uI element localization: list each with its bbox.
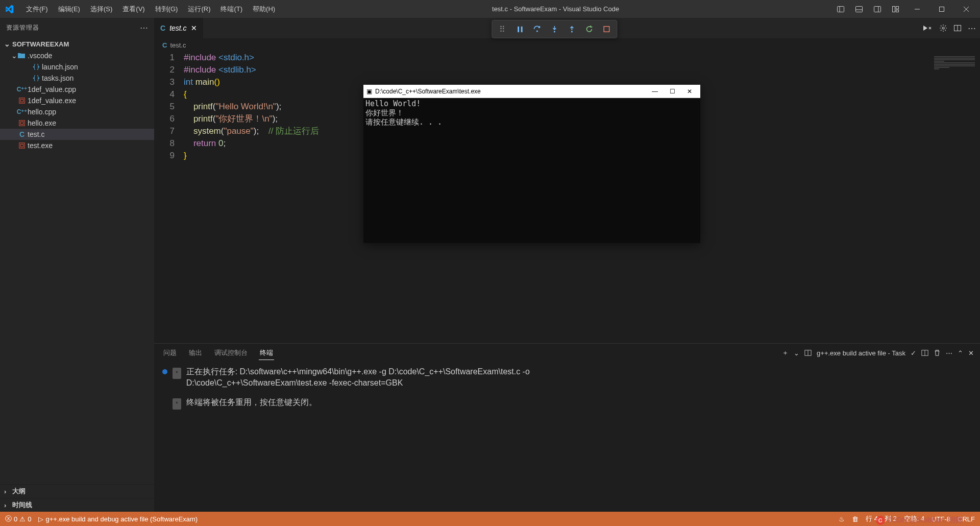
console-window[interactable]: ▣ D:\code\C_c++\SoftwareExam\test.exe — … <box>363 85 700 243</box>
panel-bottom-icon[interactable] <box>850 2 868 16</box>
svg-rect-7 <box>896 6 899 9</box>
breadcrumb[interactable]: C test.c <box>154 38 980 52</box>
panel-tab-0[interactable]: 问题 <box>162 346 178 360</box>
svg-rect-17 <box>19 143 25 149</box>
layout-icon[interactable] <box>887 2 904 16</box>
tree-item--vscode[interactable]: ⌄.vscode <box>0 50 154 61</box>
explorer-more-icon[interactable]: ⋯ <box>140 23 148 33</box>
editor-more-icon[interactable]: ⋯ <box>968 23 976 33</box>
exe-file-icon <box>16 97 28 104</box>
tree-item-launch-json[interactable]: launch.json <box>0 61 154 73</box>
menu-item[interactable]: 文件(F) <box>22 3 52 16</box>
tree-item-test-c[interactable]: Ctest.c <box>0 129 154 140</box>
explorer-sidebar: 资源管理器 ⋯ ⌄ SOFTWAREEXAM ⌄.vscodelaunch.js… <box>0 18 154 512</box>
c-file-icon: C <box>162 41 167 49</box>
split-terminal-icon[interactable] <box>804 349 812 356</box>
panel-tab-1[interactable]: 输出 <box>188 346 203 360</box>
svg-rect-20 <box>521 26 522 32</box>
console-output[interactable]: Hello World! 你好世界！ 请按任意键继续. . . <box>363 98 700 243</box>
svg-rect-4 <box>874 6 881 12</box>
debug-toolbar[interactable]: ⠿ <box>492 20 617 38</box>
debug-drag-icon[interactable]: ⠿ <box>495 22 509 36</box>
debug-stop-icon[interactable] <box>599 22 614 36</box>
menu-item[interactable]: 选择(S) <box>86 3 116 16</box>
timeline-section[interactable]: ›时间线 <box>0 498 154 512</box>
status-bar: ⓧ 0 ⚠ 0 ▷ g++.exe build and debug active… <box>0 512 980 526</box>
exe-file-icon <box>16 142 28 149</box>
panel-close-icon[interactable]: ✕ <box>968 349 974 357</box>
debug-step-into-icon[interactable] <box>547 22 561 36</box>
panel-maximize-icon[interactable]: ⌃ <box>958 349 963 357</box>
svg-rect-19 <box>518 26 519 32</box>
terminal-dropdown-icon[interactable]: ⌄ <box>794 349 799 357</box>
terminal-task-label[interactable]: g++.exe build active file - Task <box>817 349 905 357</box>
menu-item[interactable]: 帮助(H) <box>249 3 279 16</box>
menu-item[interactable]: 终端(T) <box>216 3 247 16</box>
terminal-body[interactable]: *正在执行任务: D:\software\c++\mingw64\bin\g++… <box>154 362 980 512</box>
terminal-panel: 问题输出调试控制台终端 ＋ ⌄ g++.exe build active fil… <box>154 343 980 512</box>
task-badge: * <box>173 398 181 410</box>
split-panel-icon[interactable] <box>921 349 928 356</box>
status-trash-icon[interactable]: 🗑 <box>852 515 859 523</box>
console-titlebar[interactable]: ▣ D:\code\C_c++\SoftwareExam\test.exe — … <box>363 85 700 98</box>
svg-rect-6 <box>893 6 895 12</box>
tree-item-tasks-json[interactable]: tasks.json <box>0 73 154 84</box>
svg-rect-10 <box>940 7 944 11</box>
close-button[interactable] <box>954 2 978 16</box>
tab-test-c[interactable]: C test.c ✕ <box>154 18 204 38</box>
console-maximize-button[interactable]: ☐ <box>665 86 680 97</box>
status-flame-icon[interactable]: ♨ <box>839 515 845 523</box>
svg-rect-24 <box>604 27 609 32</box>
terminal-line: 终端将被任务重用，按任意键关闭。 <box>186 397 317 408</box>
check-icon: ✓ <box>911 349 916 357</box>
debug-restart-icon[interactable] <box>582 22 596 36</box>
new-terminal-icon[interactable]: ＋ <box>782 348 789 357</box>
task-badge: * <box>173 368 181 379</box>
split-editor-icon[interactable] <box>953 24 962 32</box>
gear-icon[interactable] <box>939 24 947 32</box>
debug-step-out-icon[interactable] <box>565 22 579 36</box>
folder-file-icon: ⌄ <box>16 52 28 60</box>
panel-tab-2[interactable]: 调试控制台 <box>213 346 249 360</box>
tab-close-icon[interactable]: ✕ <box>191 24 197 32</box>
status-errors[interactable]: ⓧ 0 ⚠ 0 <box>5 514 31 523</box>
panel-left-icon[interactable] <box>832 2 849 16</box>
tree-item-hello-exe[interactable]: hello.exe <box>0 117 154 129</box>
menu-item[interactable]: 编辑(E) <box>54 3 84 16</box>
console-title: D:\code\C_c++\SoftwareExam\test.exe <box>375 88 481 95</box>
svg-rect-18 <box>20 144 23 147</box>
menu-item[interactable]: 转到(G) <box>151 3 182 16</box>
svg-point-22 <box>554 31 555 33</box>
task-status-dot <box>162 369 167 374</box>
folder-root[interactable]: ⌄ SOFTWAREEXAM <box>0 38 154 50</box>
panel-more-icon[interactable]: ⋯ <box>946 349 952 357</box>
panel-tab-3[interactable]: 终端 <box>259 346 274 360</box>
maximize-button[interactable] <box>930 2 953 16</box>
panel-right-icon[interactable] <box>869 2 886 16</box>
trash-icon[interactable] <box>934 349 941 356</box>
tree-item-test-exe[interactable]: test.exe <box>0 140 154 151</box>
debug-pause-icon[interactable] <box>512 22 527 36</box>
title-icons <box>832 2 980 16</box>
c-file-icon: C <box>160 24 165 32</box>
menu-item[interactable]: 查看(V) <box>118 3 149 16</box>
chevron-down-icon: ⌄ <box>4 40 12 48</box>
console-close-button[interactable]: ✕ <box>682 86 697 97</box>
console-minimize-button[interactable]: — <box>647 86 663 97</box>
menu-item[interactable]: 运行(R) <box>184 3 214 16</box>
svg-rect-16 <box>20 122 23 124</box>
status-debug-config[interactable]: ▷ g++.exe build and debug active file (S… <box>38 515 198 523</box>
svg-rect-8 <box>896 10 899 12</box>
tree-item-1def_value-exe[interactable]: 1def_value.exe <box>0 95 154 106</box>
svg-rect-0 <box>838 6 844 12</box>
minimize-button[interactable] <box>905 2 929 16</box>
minimap[interactable] <box>929 52 980 343</box>
console-app-icon: ▣ <box>366 88 372 95</box>
tree-item-hello-cpp[interactable]: C⁺⁺hello.cpp <box>0 106 154 117</box>
svg-rect-13 <box>19 98 25 104</box>
outline-section[interactable]: ›大纲 <box>0 484 154 498</box>
run-debug-icon[interactable] <box>922 24 933 32</box>
tree-item-1def_value-cpp[interactable]: C⁺⁺1def_value.cpp <box>0 84 154 95</box>
debug-step-over-icon[interactable] <box>530 22 544 36</box>
json-file-icon <box>31 63 42 71</box>
